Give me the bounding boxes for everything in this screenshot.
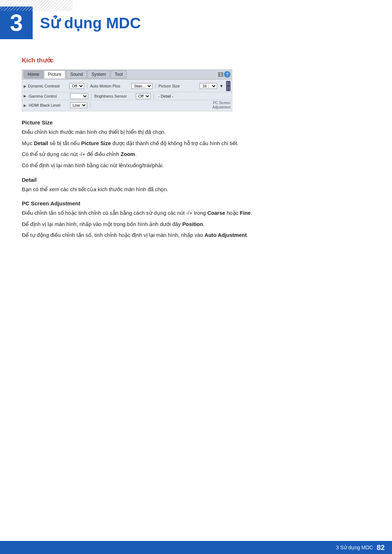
picture-size-p4: Có thể định vị lại màn hình bằng các nút… <box>22 161 370 170</box>
divider <box>91 94 91 99</box>
col2-label: Auto Motion Plus <box>90 84 130 88</box>
col1-label: Dynamic Contrast <box>28 84 68 88</box>
divider <box>154 94 154 99</box>
col2-label: Brightness Sensor <box>94 94 134 98</box>
detail-btn[interactable]: - Detail - <box>158 94 173 98</box>
pc-p3: Để tự động điều chỉnh tần số, tinh chỉnh… <box>22 231 370 240</box>
divider <box>90 103 90 108</box>
col1-select[interactable]: Low <box>70 102 87 108</box>
row-arrow: ▶ <box>24 103 27 107</box>
content-area: Kích thước Home Picture Sound System Too… <box>0 57 392 264</box>
bold-auto-adjustment: Auto Adjustment <box>204 232 246 238</box>
toolbar-tool-btn[interactable]: Tool <box>111 70 127 78</box>
pc-screen-adj-label: PC ScreenAdjustment <box>212 101 230 110</box>
pc-screen-heading: PC Screen Adjustment <box>22 200 370 206</box>
col1-label: Gamma Control <box>29 94 69 98</box>
col1-label: HDMI Black Level <box>29 103 69 107</box>
col2-select[interactable]: Off <box>136 93 151 99</box>
mdc-row: ▶ Dynamic Contrast Off Auto Motion Plus … <box>22 80 232 92</box>
bold-fine: Fine <box>240 210 251 216</box>
mdc-rows: ▶ Dynamic Contrast Off Auto Motion Plus … <box>22 79 232 111</box>
section-heading: Kích thước <box>22 57 370 64</box>
chapter-title: Sử dụng MDC <box>40 14 141 32</box>
page-footer: 3 Sử dụng MDC 82 <box>0 541 392 554</box>
bold-picture-size: Picture Size <box>81 140 111 146</box>
pc-quad <box>228 81 230 86</box>
col3-select[interactable]: 16 : 9 <box>200 83 217 89</box>
toolbar-sound-btn[interactable]: Sound <box>66 70 87 78</box>
bold-coarse: Coarse <box>207 210 225 216</box>
picture-size-p2: Mục Detail sẽ bị tắt nếu Picture Size đư… <box>22 139 370 148</box>
chapter-number-block: 3 <box>0 7 33 39</box>
mdc-row: ▶ HDMI Black Level Low PC ScreenAdjustme… <box>22 100 232 110</box>
toolbar-home-btn[interactable]: Home <box>24 70 43 78</box>
col1-select[interactable]: Off <box>69 83 84 89</box>
row-arrow: ▶ <box>24 84 26 88</box>
toolbar-num: 1 <box>218 72 223 77</box>
toolbar-system-btn[interactable]: System <box>87 70 110 78</box>
bold-detail: Detail <box>34 140 48 146</box>
mdc-screenshot: Home Picture Sound System Tool 1 ? ▶ Dyn… <box>22 69 232 111</box>
detail-p1: Bạn có thể xem các chi tiết của kích thư… <box>22 185 370 194</box>
toolbar-picture-btn[interactable]: Picture <box>44 70 65 78</box>
col3-label: Picture Size <box>158 84 198 88</box>
col1-select[interactable] <box>70 93 88 99</box>
col3-arrow: ▼ <box>219 84 223 88</box>
pc-screen-preview <box>226 81 230 91</box>
bold-zoom: Zoom <box>121 151 135 157</box>
footer-page-number: 82 <box>377 543 385 552</box>
chapter-number: 3 <box>10 11 23 34</box>
pc-quad <box>228 86 230 91</box>
picture-size-p3: Có thể sử dụng các nút -/+ để điều chỉnh… <box>22 150 370 159</box>
pc-p1: Điều chỉnh tần số hoặc tinh chỉnh có sẵn… <box>22 209 370 218</box>
toolbar-help-btn[interactable]: ? <box>224 71 230 78</box>
footer-text: 3 Sử dụng MDC <box>336 545 373 550</box>
pc-p2: Để định vị lại màn hình, nhấp vào một tr… <box>22 220 370 229</box>
col2-select[interactable]: Stan... <box>131 83 152 89</box>
bold-position: Position <box>182 221 203 227</box>
detail-heading: Detail <box>22 177 370 183</box>
row-arrow: ▶ <box>24 94 27 98</box>
mdc-toolbar: Home Picture Sound System Tool 1 ? <box>22 70 232 79</box>
picture-size-p1: Điều chỉnh kích thước màn hình cho thiết… <box>22 128 370 137</box>
picture-size-heading: Picture Size <box>22 119 370 126</box>
decorative-stripes <box>0 0 73 11</box>
mdc-row: ▶ Gamma Control Brightness Sensor Off - … <box>22 92 232 100</box>
